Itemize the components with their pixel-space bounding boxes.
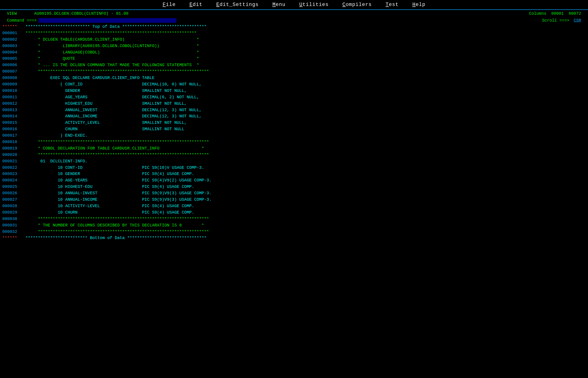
scroll-label: Scroll ===> bbox=[542, 18, 569, 23]
table-row: 000028 10 ACTIVITY-LEVEL PIC S9(4) USAGE… bbox=[0, 203, 588, 209]
menu-edit[interactable]: Edit bbox=[190, 2, 203, 8]
header-row: VIEW AU00195.DCLGEN.COBOL(CLNTINFO) - 01… bbox=[0, 10, 588, 17]
line-number: 000004 bbox=[2, 49, 23, 56]
command-label: Command ===> bbox=[7, 18, 37, 23]
line-content: ACTIVITY_LEVEL SMALLINT NOT NULL, bbox=[23, 120, 586, 126]
line-number: 000012 bbox=[2, 101, 23, 107]
table-row: 000027 10 ANNUAL-INCOME PIC S9(9)V9(3) U… bbox=[0, 197, 588, 203]
line-content: ) END-EXEC. bbox=[23, 133, 586, 139]
line-content: CHURN SMALLINT NOT NULL bbox=[23, 126, 586, 133]
view-mode: VIEW bbox=[7, 11, 17, 16]
menu-menu[interactable]: Menu bbox=[273, 2, 286, 8]
line-content: ************************* Bottom of Data… bbox=[23, 235, 586, 241]
menu-utilities[interactable]: Utilities bbox=[299, 2, 329, 8]
line-content: 10 HIGHEST-EDU PIC S9(4) USAGE COMP. bbox=[23, 184, 586, 190]
editor: VIEW AU00195.DCLGEN.COBOL(CLNTINFO) - 01… bbox=[0, 10, 588, 241]
command-row: Command ===> Scroll ===> CSR bbox=[0, 17, 588, 24]
columns-end: 00072 bbox=[569, 11, 581, 16]
menu-compilers[interactable]: Compilers bbox=[342, 2, 372, 8]
line-number: 000021 bbox=[2, 158, 23, 165]
line-content: 01 DCLCLIENT-INFO. bbox=[23, 158, 586, 165]
scroll-value: CSR bbox=[574, 18, 581, 23]
table-row: 000021 01 DCLCLIENT-INFO. bbox=[0, 158, 588, 165]
line-content: 10 AGE-YEARS PIC S9(4)V9(2) USAGE COMP-3… bbox=[23, 177, 586, 184]
line-number: 000001 bbox=[2, 30, 23, 37]
line-number: 000030 bbox=[2, 216, 23, 222]
table-row: 000022 10 CONT-ID PIC S9(10)V USAGE COMP… bbox=[0, 165, 588, 171]
menu-test[interactable]: Test bbox=[386, 2, 399, 8]
line-number: 000026 bbox=[2, 190, 23, 197]
line-content: ****************************************… bbox=[23, 30, 586, 37]
line-number: 000002 bbox=[2, 37, 23, 43]
table-row: 000008 EXEC SQL DECLARE CARDUSR.CLIENT_I… bbox=[0, 75, 588, 81]
code-area: ****** ************************** Top of… bbox=[0, 24, 588, 241]
line-content: ANNUAL_INCOME DECIMAL(12, 3) NOT NULL, bbox=[23, 113, 586, 120]
line-content: GENDER SMALLINT NOT NULL, bbox=[23, 88, 586, 94]
line-content: ****************************************… bbox=[23, 152, 586, 158]
table-row: 000013 ANNUAL_INVEST DECIMAL(12, 3) NOT … bbox=[0, 107, 588, 113]
table-row: 000020 *********************************… bbox=[0, 152, 588, 158]
line-number: 000027 bbox=[2, 197, 23, 203]
menu-edit-settings[interactable]: Edit_Settings bbox=[216, 2, 259, 8]
table-row: 000004 * LANGUAGE(COBOL) * bbox=[0, 49, 588, 56]
line-number: 000017 bbox=[2, 133, 23, 139]
line-content: ANNUAL_INVEST DECIMAL(12, 3) NOT NULL, bbox=[23, 107, 586, 113]
line-content: * QUOTE * bbox=[23, 55, 586, 62]
table-row: 000029 10 CHURN PIC S9(4) USAGE COMP. bbox=[0, 209, 588, 216]
table-row: ****** ************************** Top of… bbox=[0, 24, 588, 30]
table-row: 000019 * COBOL DECLARATION FOR TABLE CAR… bbox=[0, 145, 588, 152]
line-number: 000031 bbox=[2, 222, 23, 229]
line-number: 000007 bbox=[2, 68, 23, 75]
line-content: * ... IS THE DCLGEN COMMAND THAT MADE TH… bbox=[23, 62, 586, 68]
line-content: AGE_YEARS DECIMAL(6, 2) NOT NULL, bbox=[23, 94, 586, 101]
table-row: 000030 *********************************… bbox=[0, 216, 588, 222]
line-number: 000032 bbox=[2, 229, 23, 235]
line-content: 10 GENDER PIC S9(4) USAGE COMP. bbox=[23, 171, 586, 177]
command-input[interactable] bbox=[39, 18, 176, 23]
line-content: ****************************************… bbox=[23, 68, 586, 75]
line-number: 000028 bbox=[2, 203, 23, 209]
line-number: 000029 bbox=[2, 209, 23, 216]
table-row: 000026 10 ANNUAL-INVEST PIC S9(9)V9(3) U… bbox=[0, 190, 588, 197]
line-content: * COBOL DECLARATION FOR TABLE CARDUSR.CL… bbox=[23, 145, 586, 152]
line-number: 000018 bbox=[2, 139, 23, 145]
table-row: 000007 *********************************… bbox=[0, 68, 588, 75]
line-number: 000005 bbox=[2, 55, 23, 62]
table-row: 000016 CHURN SMALLINT NOT NULL bbox=[0, 126, 588, 133]
columns-start: 00001 bbox=[551, 11, 564, 16]
line-content: HIGHEST_EDU SMALLINT NOT NULL, bbox=[23, 101, 586, 107]
line-content: ****************************************… bbox=[23, 229, 586, 235]
line-number: 000010 bbox=[2, 88, 23, 94]
line-content: * THE NUMBER OF COLUMNS DESCRIBED BY THI… bbox=[23, 222, 586, 229]
columns-label: Columns bbox=[529, 11, 547, 16]
table-row: 000006 * ... IS THE DCLGEN COMMAND THAT … bbox=[0, 62, 588, 68]
table-row: 000017 ) END-EXEC. bbox=[0, 133, 588, 139]
line-number: 000014 bbox=[2, 113, 23, 120]
menu-file[interactable]: File bbox=[163, 2, 176, 8]
line-content: ( CONT_ID DECIMAL(10, 0) NOT NULL, bbox=[23, 81, 586, 88]
table-row: 000009 ( CONT_ID DECIMAL(10, 0) NOT NULL… bbox=[0, 81, 588, 88]
line-number: 000016 bbox=[2, 126, 23, 133]
line-content: 10 ACTIVITY-LEVEL PIC S9(4) USAGE COMP. bbox=[23, 203, 586, 209]
line-content: ************************** Top of Data *… bbox=[23, 24, 586, 30]
header-left: VIEW AU00195.DCLGEN.COBOL(CLNTINFO) - 01… bbox=[7, 11, 128, 16]
table-row: 000001 *********************************… bbox=[0, 30, 588, 37]
line-number: 000020 bbox=[2, 152, 23, 158]
line-content: ****************************************… bbox=[23, 216, 586, 222]
menu-help[interactable]: Help bbox=[412, 2, 425, 8]
table-row: 000015 ACTIVITY_LEVEL SMALLINT NOT NULL, bbox=[0, 120, 588, 126]
table-row: 000002 * DCLGEN TABLE(CARDUSR.CLIENT_INF… bbox=[0, 37, 588, 43]
line-number: 000019 bbox=[2, 145, 23, 152]
table-row: 000031 * THE NUMBER OF COLUMNS DESCRIBED… bbox=[0, 222, 588, 229]
line-number: 000006 bbox=[2, 62, 23, 68]
table-row: 000014 ANNUAL_INCOME DECIMAL(12, 3) NOT … bbox=[0, 113, 588, 120]
line-number: 000015 bbox=[2, 120, 23, 126]
line-content: EXEC SQL DECLARE CARDUSR.CLIENT_INFO TAB… bbox=[23, 75, 586, 81]
line-content: * DCLGEN TABLE(CARDUSR.CLIENT_INFO) * bbox=[23, 37, 586, 43]
line-number: 000011 bbox=[2, 94, 23, 101]
line-content: 10 CONT-ID PIC S9(10)V USAGE COMP-3. bbox=[23, 165, 586, 171]
file-name: AU00195.DCLGEN.COBOL(CLNTINFO) - 01.00 bbox=[34, 11, 128, 16]
table-row: ****** ************************* Bottom … bbox=[0, 235, 588, 241]
line-content: 10 ANNUAL-INVEST PIC S9(9)V9(3) USAGE CO… bbox=[23, 190, 586, 197]
table-row: 000011 AGE_YEARS DECIMAL(6, 2) NOT NULL, bbox=[0, 94, 588, 101]
